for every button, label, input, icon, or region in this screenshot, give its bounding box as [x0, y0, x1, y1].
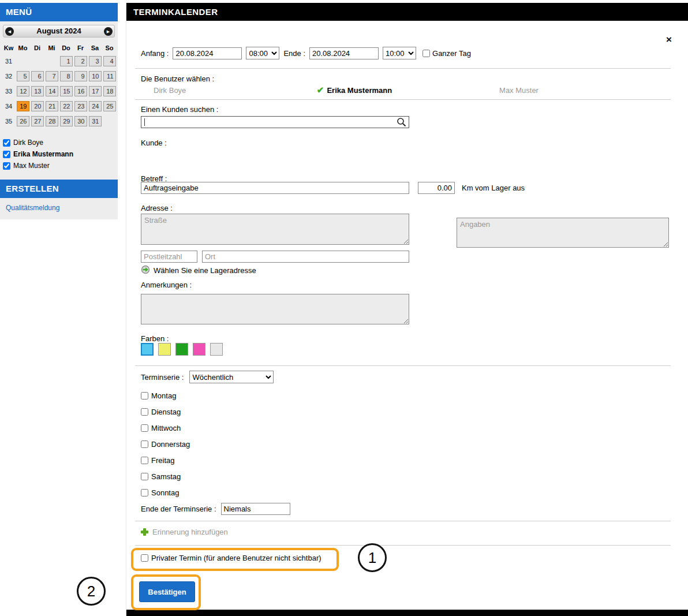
ganzer-tag-checkbox[interactable] — [422, 50, 430, 57]
freitag-checkbox[interactable] — [141, 457, 148, 464]
user-option-erika[interactable]: ✔Erika Mustermann — [317, 85, 392, 95]
divider — [135, 521, 671, 521]
calendar-day[interactable]: 15 — [60, 86, 73, 96]
weekday-row-mittwoch[interactable]: Mittwoch — [141, 423, 181, 432]
calendar-day[interactable]: 9 — [74, 71, 87, 81]
search-icon[interactable] — [397, 117, 406, 129]
calendar-day[interactable]: 2 — [74, 56, 87, 66]
calendar-day[interactable]: 24 — [89, 101, 102, 111]
calendar-day[interactable]: 21 — [46, 101, 58, 111]
user-filter-erika[interactable]: Erika Mustermann — [3, 148, 118, 160]
calendar-day[interactable]: 11 — [103, 71, 116, 81]
customer-search — [141, 116, 409, 128]
calendar-day[interactable]: 30 — [74, 116, 87, 126]
calendar-day[interactable]: 3 — [89, 56, 102, 66]
calendar-day[interactable]: 22 — [60, 101, 73, 111]
calendar-day — [103, 116, 116, 126]
calendar-day-selected[interactable]: 19 — [17, 101, 29, 111]
color-swatch-yellow[interactable] — [158, 343, 171, 356]
color-swatch-pink[interactable] — [193, 343, 205, 356]
donnerstag-checkbox[interactable] — [141, 440, 148, 448]
dow-header-mi: Mi — [48, 44, 55, 51]
footer-bar — [126, 610, 688, 616]
calendar-day[interactable]: 10 — [89, 71, 102, 81]
user-filter-label: Erika Mustermann — [13, 150, 73, 158]
terminserie-row: Terminserie : Wöchentlich — [141, 371, 274, 383]
calendar-day[interactable]: 31 — [89, 116, 102, 126]
ende-date-input[interactable] — [309, 47, 379, 59]
calendar-day[interactable]: 17 — [89, 86, 102, 96]
calendar-day[interactable]: 18 — [103, 86, 116, 96]
calendar-day[interactable]: 5 — [17, 71, 29, 81]
lageradresse-link[interactable]: Wählen Sie eine Lageradresse — [141, 265, 256, 276]
prev-icon: ◀ — [8, 29, 11, 33]
weekday-row-samstag[interactable]: Samstag — [141, 472, 181, 481]
km-input[interactable] — [418, 182, 455, 194]
anfang-time-select[interactable]: 08:00 — [246, 47, 279, 59]
calendar-day[interactable]: 23 — [74, 101, 87, 111]
calendar-day[interactable]: 25 — [103, 101, 116, 111]
calendar-day[interactable]: 6 — [31, 71, 44, 81]
mittwoch-checkbox[interactable] — [141, 424, 148, 432]
weekday-row-dienstag[interactable]: Dienstag — [141, 407, 181, 416]
calendar-day[interactable]: 8 — [60, 71, 73, 81]
dienstag-checkbox[interactable] — [141, 408, 148, 416]
strasse-textarea[interactable] — [141, 214, 409, 245]
weekday-row-montag[interactable]: Montag — [141, 391, 176, 400]
reminder-label: Erinnerung hinzufügen — [152, 528, 228, 536]
close-icon[interactable]: × — [666, 35, 672, 44]
ort-input[interactable] — [202, 251, 409, 263]
privater-termin-checkbox[interactable] — [141, 554, 148, 562]
calendar-day[interactable]: 4 — [103, 56, 116, 66]
divider — [135, 99, 671, 100]
calendar-day[interactable]: 26 — [17, 116, 29, 126]
private-appointment-row[interactable]: Privater Termin (für andere Benutzer nic… — [141, 554, 321, 562]
dow-header-do: Do — [62, 44, 70, 51]
bestaetigen-button[interactable]: Bestätigen — [139, 581, 195, 602]
dow-header-sa: Sa — [91, 44, 99, 51]
color-swatch-green[interactable] — [175, 343, 188, 356]
sonntag-checkbox[interactable] — [141, 489, 148, 496]
dow-header-so: So — [105, 44, 113, 51]
add-reminder-link[interactable]: Erinnerung hinzufügen — [141, 528, 228, 536]
ende-time-select[interactable]: 10:00 — [383, 47, 416, 59]
user-option-max[interactable]: Max Muster — [499, 86, 539, 95]
dirk-checkbox[interactable] — [3, 139, 10, 147]
qualitaetsmeldung-link[interactable]: Qualitätsmeldung — [6, 204, 59, 212]
calendar-day[interactable]: 28 — [46, 116, 58, 126]
calendar-day[interactable]: 14 — [46, 86, 58, 96]
anmerkungen-textarea[interactable] — [141, 294, 409, 324]
terminserie-select[interactable]: Wöchentlich — [189, 371, 274, 383]
calendar-day[interactable]: 13 — [31, 86, 44, 96]
weekday-row-donnerstag[interactable]: Donnerstag — [141, 439, 190, 449]
samstag-checkbox[interactable] — [141, 473, 148, 480]
calendar-day[interactable]: 7 — [46, 71, 58, 81]
weekday-row-sonntag[interactable]: Sonntag — [141, 488, 179, 497]
plz-input[interactable] — [141, 251, 197, 263]
user-filter-dirk[interactable]: Dirk Boye — [3, 137, 118, 148]
serie-ende-input[interactable] — [221, 503, 290, 515]
calendar-day[interactable]: 29 — [60, 116, 73, 126]
betreff-input[interactable] — [141, 182, 409, 194]
color-swatch-blue[interactable] — [141, 343, 154, 356]
calendar-day[interactable]: 27 — [31, 116, 44, 126]
lageradresse-icon — [141, 265, 150, 276]
anfang-date-input[interactable] — [173, 47, 242, 59]
calendar-prev-button[interactable]: ◀ — [5, 27, 14, 36]
angaben-textarea[interactable] — [457, 218, 669, 248]
calendar-day[interactable]: 20 — [31, 101, 44, 111]
erika-checkbox[interactable] — [3, 151, 10, 158]
user-filter-max[interactable]: Max Muster — [3, 160, 118, 171]
calendar-next-button[interactable]: ▶ — [104, 27, 113, 36]
customer-search-input[interactable] — [141, 116, 409, 128]
ganzer-tag-row[interactable]: Ganzer Tag — [422, 49, 471, 58]
color-swatch-gray[interactable] — [210, 343, 223, 356]
divider — [135, 365, 671, 366]
max-checkbox[interactable] — [3, 162, 10, 170]
weekday-row-freitag[interactable]: Freitag — [141, 456, 174, 465]
calendar-day[interactable]: 16 — [74, 86, 87, 96]
user-option-dirk[interactable]: Dirk Boye — [141, 86, 245, 95]
calendar-day[interactable]: 12 — [17, 86, 29, 96]
montag-checkbox[interactable] — [141, 392, 148, 400]
calendar-day[interactable]: 1 — [60, 56, 73, 66]
